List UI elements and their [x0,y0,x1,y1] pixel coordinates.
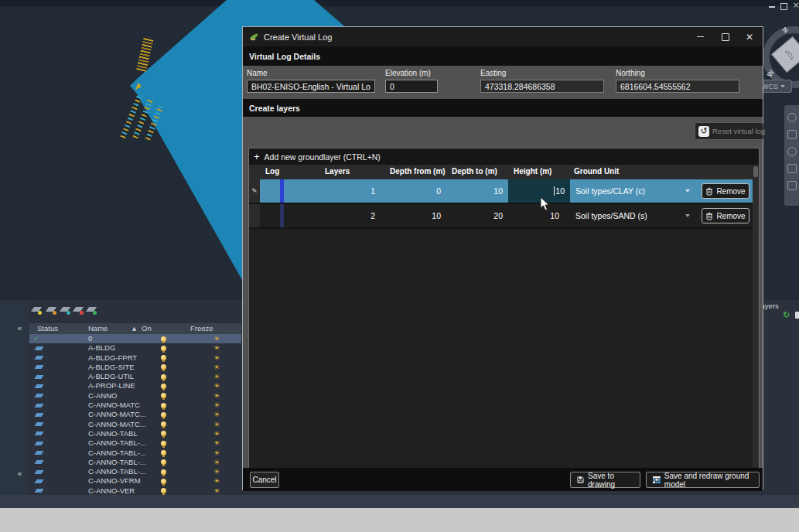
layer-on-icon[interactable] [161,421,166,427]
layer-on-icon[interactable] [161,412,166,418]
save-and-redraw-button[interactable]: Save and redraw ground model [646,472,760,488]
layer-on-icon[interactable] [161,374,166,380]
navigation-bar[interactable] [784,105,799,206]
layer-freeze-icon[interactable]: ☀ [213,353,220,363]
layer-row[interactable]: C-ANNO-TABL☀ [29,429,241,438]
layers-cell[interactable]: 2 [320,204,375,227]
layers-cell[interactable]: 1 [320,179,375,203]
layer-freeze-icon[interactable]: ☀ [213,343,220,353]
pan-icon[interactable] [787,130,797,139]
layer-freeze-icon[interactable]: ☀ [213,391,220,401]
layer-freeze-icon[interactable]: ☀ [213,467,220,476]
layer-freeze-icon[interactable]: ☀ [213,334,220,343]
layer-on-icon[interactable] [161,393,166,398]
depth-from-cell[interactable]: 10 [381,204,441,227]
layer-on-icon[interactable] [161,355,166,360]
column-name[interactable]: Name [88,323,108,334]
layer-freeze-icon[interactable]: ☀ [213,448,220,458]
row-handle[interactable] [249,204,260,227]
column-status[interactable]: Status [37,323,58,334]
sort-ascending-icon[interactable]: ▲ [132,323,136,334]
column-freeze[interactable]: Freeze [190,323,213,334]
dialog-close-button[interactable]: ✕ [738,27,761,46]
layer-on-icon[interactable] [161,403,166,408]
log-cell[interactable] [260,204,320,227]
layer-on-icon[interactable] [161,488,166,493]
cancel-button[interactable]: Cancel [250,472,279,488]
layer-freeze-icon[interactable]: ☀ [213,401,220,410]
layer-freeze-icon[interactable]: ☀ [213,486,220,495]
layer-on-icon[interactable] [161,364,166,370]
scrollbar-thumb[interactable] [753,166,758,177]
layer-row[interactable]: C-ANNO☀ [29,391,241,401]
layer-on-icon[interactable] [161,450,166,455]
layer-row[interactable]: A-BLDG☀ [29,343,241,353]
layer-row[interactable]: C-ANNO-MATC...☀ [29,420,241,429]
layer-row[interactable]: C-ANNO-MATC...☀ [29,410,241,419]
layer-freeze-icon[interactable]: ☀ [213,420,220,429]
groundlayer-row[interactable]: 2 10 20 10 Soil types/SAND (s) Remove [249,204,759,229]
layer-row[interactable]: C-ANNO-VFRM☀ [29,476,241,486]
layer-on-icon[interactable] [161,336,166,342]
layer-freeze-icon[interactable]: ☀ [213,476,220,486]
save-to-drawing-button[interactable]: Save to drawing [570,472,640,488]
new-layer-vp-frozen-icon[interactable] [46,305,56,315]
ground-unit-dropdown[interactable]: Soil types/CLAY (c) [570,179,698,203]
layer-freeze-icon[interactable]: ☀ [213,363,220,372]
delete-layer-icon[interactable] [73,305,84,315]
layer-row[interactable]: A-BLDG-SITE☀ [29,363,241,372]
palette-edge-icon[interactable] [795,312,799,319]
layer-row[interactable]: C-ANNO-VER☀ [29,486,241,495]
showmotion-icon[interactable] [787,181,797,190]
layer-freeze-icon[interactable]: ☀ [213,458,220,467]
layer-row[interactable]: C-ANNO-TABL-...☀ [29,467,241,476]
log-cell[interactable] [260,179,320,203]
depth-to-cell[interactable]: 10 [446,179,503,203]
reset-virtual-log-button[interactable]: ↺ Reset virtual log [695,122,763,140]
layer-row[interactable]: C-ANNO-TABL-...☀ [29,438,241,448]
depth-to-cell[interactable]: 20 [446,204,503,227]
layer-on-icon[interactable] [161,479,166,484]
layer-row[interactable]: C-ANNO-TABL-...☀ [29,448,241,458]
table-scrollbar[interactable] [753,165,759,467]
layer-on-icon[interactable] [161,469,166,475]
layer-on-icon[interactable] [161,384,166,389]
ground-unit-dropdown[interactable]: Soil types/SAND (s) [570,204,698,227]
height-cell[interactable]: 10 [508,204,565,227]
collapse-palette-button[interactable]: « [17,469,22,479]
dialog-title-bar[interactable]: Create Virtual Log ✕ [243,27,763,46]
dialog-minimize-button[interactable] [688,27,712,46]
column-on[interactable]: On [142,323,152,334]
layer-freeze-vp-icon[interactable] [60,305,70,315]
window-close-icon[interactable]: × [793,1,799,9]
layer-on-icon[interactable] [161,459,166,465]
zoom-icon[interactable] [787,147,797,156]
set-current-layer-icon[interactable] [86,305,97,315]
layer-row[interactable]: A-BLDG-FPRT☀ [29,353,241,363]
layer-on-icon[interactable] [161,431,166,436]
layer-row[interactable]: ✓0☀ [29,334,241,343]
layer-freeze-icon[interactable]: ☀ [213,438,220,448]
layer-row[interactable]: C-ANNO-TABL-...☀ [29,458,241,467]
remove-row-button[interactable]: Remove [702,183,749,199]
layer-row[interactable]: C-ANNO-MATC☀ [29,401,241,410]
new-layer-icon[interactable] [31,305,42,315]
depth-from-cell[interactable]: 0 [381,179,441,203]
full-navigation-wheel-icon[interactable] [787,113,797,122]
window-minimize-icon[interactable] [769,6,775,8]
remove-row-button[interactable]: Remove [702,208,749,223]
layer-row[interactable]: A-BLDG-UTIL☀ [29,372,241,381]
layer-on-icon[interactable] [161,346,166,351]
name-input[interactable] [247,80,375,93]
collapse-palette-button[interactable]: « [17,323,22,333]
northing-input[interactable] [616,80,739,93]
layer-freeze-icon[interactable]: ☀ [213,429,220,438]
easting-input[interactable] [480,80,604,93]
layer-row[interactable]: A-PROP-LINE☀ [29,381,241,390]
layer-freeze-icon[interactable]: ☀ [213,372,220,381]
height-cell-editing[interactable]: 10 [508,179,570,203]
window-restore-icon[interactable] [780,3,787,10]
refresh-icon[interactable]: ↻ [783,310,790,320]
add-groundlayer-button[interactable]: + Add new groundlayer (CTRL+N) [249,148,759,165]
dialog-maximize-button[interactable] [714,27,737,46]
